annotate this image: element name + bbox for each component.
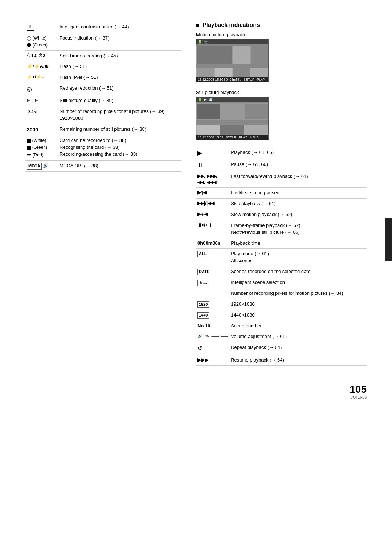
still-label: Still picture playback [196,90,367,95]
white-circle-row: (White) [27,35,57,42]
timestamp: 15.12.2008 15:30 | 0h06m55s [198,78,241,81]
still-cell-5 [220,125,244,135]
desc-cell: Intelligent scene selection [229,277,367,288]
desc-cell: Frame-by-frame playback (→ 62) Next/Prev… [229,220,367,238]
still-timestamp: 15.12.2008 15:39 [198,135,223,139]
volume-number: 15 [204,334,210,339]
white-circle-icon [27,36,31,41]
motion-grid [196,46,268,82]
table-row: ↺ Repeat playback (→ 64) [196,342,367,355]
icon-cell: ↺ [196,342,229,355]
icon-cell: MEGA 🔊 [25,160,58,171]
sd-icon-2: 💾 [209,98,213,101]
motion-label: Motion picture playback [196,32,367,37]
mega-icon: MEGA [27,163,42,170]
desc-cell: Focus indication (→ 37) [58,33,181,50]
table-row: ▶ Playback (→ 61, 66) [196,147,367,159]
still-cell-3 [245,103,268,120]
icon-cell: iL [25,22,58,33]
icon-cell: 0h00m00s [196,238,229,249]
icon-cell: 2.1M [25,106,58,124]
table-row: iL Intelligent contrast control (→ 44) [25,22,181,33]
desc-cell: Volume adjustment (→ 61) [229,331,367,342]
icon-cell: ⚡/⚡A/⊕ [25,61,58,72]
icon-cell: 🔊 15 ——□—— [196,331,229,342]
page-layout: iL Intelligent contrast control (→ 44) (… [25,22,367,366]
table-row: DATE Scenes recorded on the selected dat… [196,266,367,277]
icon-cell: ▶/|◀ [196,188,229,199]
red-sq-label: (Red) [33,152,44,158]
table-row: ▶▶, ▶▶▶/◀◀, ◀◀◀ Fast forward/rewind play… [196,171,367,188]
white-square-row: (White) [27,137,57,144]
desc-cell: Skip playback (→ 61) [229,199,367,209]
white-sq-label: (White) [32,138,46,143]
desc-cell: Scene number [229,321,367,331]
table-row: ⚡/⚡A/⊕ Flash (→ 51) [25,61,181,72]
green-circle-row: (Green) [27,42,57,49]
icon-cell [196,288,229,299]
desc-cell: Card can be recorded to (→ 38) Recognisi… [58,135,181,161]
all-icon: ALL [197,251,208,257]
desc-cell: Flash level (→ 51) [58,72,181,83]
left-column: iL Intelligent contrast control (→ 44) (… [25,22,181,172]
icon-cell: 1440 [196,310,229,321]
battery-icon-2: 🔋 [198,98,202,101]
volume-icon: 🔊 [197,334,203,338]
desc-cell: Intelligent contrast control (→ 44) [58,22,181,33]
pixels-icon: 2.1M [27,109,38,115]
still-cell-2 [220,103,244,120]
table-row: No.10 Scene number [196,321,367,331]
volume-bar: ——□—— [211,334,228,338]
green-sq-label: (Green) [32,145,47,150]
table-row: ALL Play mode (→ 61)All scenes [196,249,367,266]
table-row: ★cc Intelligent scene selection [196,277,367,288]
icon-cell: ⚡+/⚡– [25,72,58,83]
iL-icon: iL [27,24,34,31]
motion-playback-section: Motion picture playback 🔋 📷 15 [196,32,367,82]
desc-cell: Slow motion playback (→ 62) [229,209,367,220]
table-row: ▶▶▶ Resume playback (→ 64) [196,355,367,366]
page-number: 105 [25,384,367,395]
desc-cell: Flash (→ 51) [58,61,181,72]
still-grid [196,103,268,140]
icon-cell: ▶·/·◀ [196,209,229,220]
star-icon: ★cc [197,280,208,286]
ois-icon: 🔊 [43,163,49,168]
motion-thumbnail: 🔋 📷 15.12.2008 15:30 | 0h06m55s SETUP ↑P… [196,39,269,82]
vqt-label: VQT1N58 [25,395,367,399]
table-row: 1440 1440×1080 [196,310,367,321]
table-row: (White) (Green) ➡ (Red) Card can be reco… [25,135,181,161]
table-row: ⚡+/⚡– Flash level (→ 51) [25,72,181,83]
section-title-text: Playback indications [203,22,260,28]
icon-cell: ★cc [196,277,229,288]
icon-cell: ◎ [25,83,58,95]
green-square-icon [27,146,31,150]
icon-cell: ⏱10, ⏱2 [25,50,58,61]
desc-cell: Fast forward/rewind playback (→ 61) [229,171,367,188]
right-table: ▶ Playback (→ 61, 66) ⏸ Pause (→ 61, 66)… [196,147,367,366]
right-edge-tab [385,218,392,261]
table-row: ⏱10, ⏱2 Self-Timer recording (→ 45) [25,50,181,61]
still-cell-6 [245,125,268,135]
table-row: 🔊 15 ——□—— Volume adjustment (→ 61) [196,331,367,342]
desc-cell: 1440×1080 [229,310,367,321]
table-row: MEGA 🔊 MEGA OIS (→ 38) [25,160,181,171]
desc-cell: Number of recording pixels for still pic… [58,106,181,124]
still-thumbnail: 🔋 ▶ 💾 15.12.2008 15:39 SETUP ↑PLAY 1-3/1… [196,97,269,140]
desc-cell: Number of recording pixels for motion pi… [229,288,367,299]
desc-cell: Repeat playback (→ 64) [229,342,367,355]
still-cell-4 [196,125,220,135]
motion-bottom-bar: 15.12.2008 15:30 | 0h06m55s SETUP ↑PLAY [196,77,268,82]
icon-cell: 1920 [196,299,229,310]
table-row: ▶·/·◀ Slow motion playback (→ 62) [196,209,367,220]
desc-cell: Remaining number of still pictures (→ 38… [58,124,181,135]
desc-cell: Play mode (→ 61)All scenes [229,249,367,266]
page-footer: 105 VQT1N58 [25,384,367,399]
motion-top-bar: 🔋 📷 [196,39,268,44]
still-playback-section: Still picture playback 🔋 ▶ 💾 15.12.2008 [196,90,367,140]
mode-icon: ▶ [204,98,207,101]
desc-cell: Last/first scene paused [229,188,367,199]
green-label: (Green) [33,42,48,48]
desc-cell: MEGA OIS (→ 38) [58,160,181,171]
1440-icon: 1440 [197,312,209,319]
